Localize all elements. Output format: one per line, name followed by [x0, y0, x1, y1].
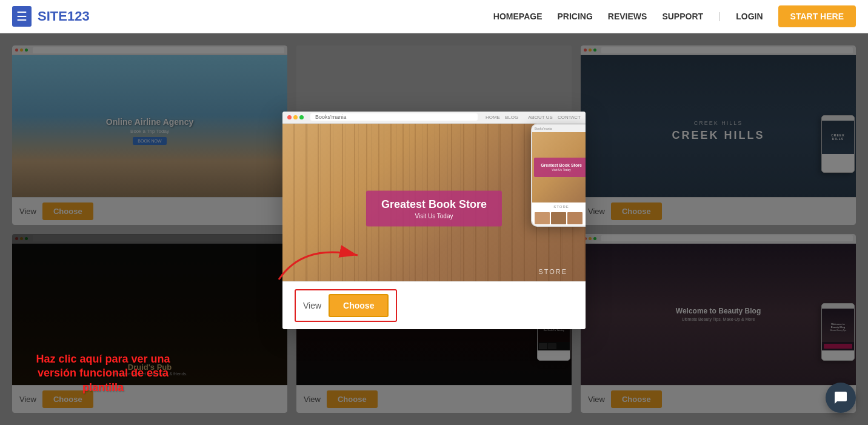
nav-links: HOMEPAGE PRICING REVIEWS SUPPORT | LOGIN… — [493, 5, 856, 27]
nav-login[interactable]: LOGIN — [736, 12, 763, 21]
modal-footer: View Choose — [282, 281, 586, 329]
modal-mobile-title: Greatest Book Store Visit Us Today — [538, 160, 585, 175]
chat-icon — [833, 390, 848, 405]
navbar: ☰ SITE123 HOMEPAGE PRICING REVIEWS SUPPO… — [0, 0, 868, 33]
brand-logo: SITE123 — [38, 8, 90, 24]
nav-reviews[interactable]: REVIEWS — [608, 12, 647, 21]
start-here-button[interactable]: START HERE — [778, 5, 856, 27]
modal-view-button[interactable]: View — [303, 301, 321, 310]
chat-button[interactable] — [826, 383, 856, 413]
modal: Books'mania HOME BLOG ABOUT US CONTACT — [282, 112, 586, 329]
modal-choose-button[interactable]: Choose — [329, 294, 389, 317]
modal-title: Greatest Book Store — [381, 198, 487, 210]
modal-store-label: STORE — [538, 268, 567, 275]
template-grid-area: Online Airline Agency Book a Trip Today … — [0, 33, 868, 425]
logo-area: ☰ SITE123 — [12, 6, 90, 27]
nav-divider: | — [718, 11, 721, 22]
nav-support[interactable]: SUPPORT — [662, 12, 703, 21]
nav-homepage[interactable]: HOMEPAGE — [493, 12, 542, 21]
modal-mobile-store: STORE — [532, 202, 586, 211]
modal-subtitle: Visit Us Today — [381, 212, 487, 219]
nav-pricing[interactable]: PRICING — [557, 12, 592, 21]
modal-mobile-preview: Books'mania Greatest Book Store Visit Us… — [531, 124, 586, 227]
modal-overlay[interactable]: Books'mania HOME BLOG ABOUT US CONTACT — [0, 33, 868, 425]
modal-site-name: Books'mania — [315, 114, 346, 120]
hamburger-icon[interactable]: ☰ — [12, 6, 32, 27]
modal-preview: Books'mania HOME BLOG ABOUT US CONTACT — [282, 112, 586, 281]
modal-book-text: Greatest Book Store Visit Us Today — [366, 190, 502, 226]
